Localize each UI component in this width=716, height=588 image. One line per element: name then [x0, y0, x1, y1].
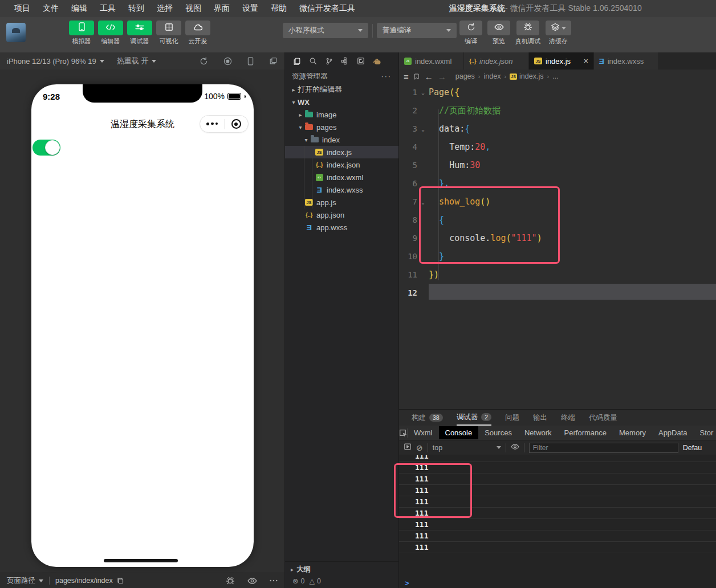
fold-chevron-icon[interactable]: ⌄: [417, 126, 429, 132]
panel-tab-终端[interactable]: 终端: [561, 410, 575, 426]
toolbar-button-模拟器[interactable]: 模拟器: [68, 21, 95, 46]
breadcrumb-item[interactable]: JSindex.js: [510, 72, 543, 80]
code-line-2[interactable]: 2 //页面初始数据: [399, 101, 716, 120]
files-icon[interactable]: [292, 56, 302, 66]
devtools-tab-Sources[interactable]: Sources: [478, 426, 518, 439]
tree-item-image[interactable]: ▸image: [285, 108, 398, 121]
breadcrumb-item[interactable]: index: [484, 72, 501, 80]
console-log-row[interactable]: 111: [399, 455, 716, 462]
panel-icon[interactable]: [356, 56, 365, 66]
code-line-4[interactable]: 4 Temp:20,: [399, 138, 716, 156]
panel-tab-代码质量[interactable]: 代码质量: [589, 410, 617, 426]
panel-tab-调试器[interactable]: 调试器2: [457, 410, 491, 426]
exit-button[interactable]: [225, 119, 249, 129]
devtools-tab-Performance[interactable]: Performance: [558, 426, 613, 439]
console-log-row[interactable]: 111: [399, 530, 716, 542]
git-branch-icon[interactable]: [324, 56, 333, 66]
more-actions-icon[interactable]: ···: [381, 72, 392, 80]
toolbar-button-调试器[interactable]: 调试器: [127, 21, 153, 46]
editor-tab-index.wxss[interactable]: Ǝindex.wxss: [594, 52, 659, 70]
editor-tab-index.wxml[interactable]: ‹›index.wxml: [399, 52, 464, 70]
panel-tab-构建[interactable]: 构建38: [412, 410, 443, 426]
panel-tab-问题[interactable]: 问题: [505, 410, 519, 426]
console-filter-input[interactable]: [529, 443, 678, 453]
menu-item[interactable]: 编辑: [65, 3, 93, 14]
compile-select[interactable]: 普通编译: [377, 23, 457, 38]
code-line-9[interactable]: 9 console.log("111"): [399, 229, 716, 247]
fold-chevron-icon[interactable]: ⌄: [417, 89, 429, 96]
tree-item-app.json[interactable]: {..}app.json: [285, 209, 398, 221]
menu-item[interactable]: 选择: [150, 3, 179, 14]
mode-select[interactable]: 小程序模式: [283, 23, 368, 38]
forward-arrow-icon[interactable]: →: [438, 72, 446, 81]
refresh-icon[interactable]: [200, 57, 208, 66]
breadcrumb-item[interactable]: pages: [455, 72, 475, 80]
code-line-10[interactable]: 10 }: [399, 247, 716, 266]
code-line-7[interactable]: 7⌄ show_log(): [399, 193, 716, 211]
more-menu-button[interactable]: [200, 122, 224, 126]
tree-item-app.wxss[interactable]: Ǝapp.wxss: [285, 221, 398, 234]
switch-toggle-on[interactable]: [32, 140, 60, 156]
device-select[interactable]: iPhone 12/13 (Pro) 96% 19: [7, 57, 104, 66]
console-log-row[interactable]: 111: [399, 508, 716, 519]
copy-icon[interactable]: [117, 577, 124, 585]
hot-reload-toggle[interactable]: 热重载 开: [117, 56, 157, 66]
console-prompt[interactable]: >: [399, 577, 716, 588]
toolbar-button-云开发[interactable]: 云开发: [185, 21, 211, 46]
menu-item[interactable]: 文件: [36, 3, 65, 14]
devtools-tab-Console[interactable]: Console: [439, 426, 479, 439]
bookmark-icon[interactable]: [413, 73, 420, 80]
devtools-tab-Stor[interactable]: Stor: [694, 426, 716, 439]
page-path-label[interactable]: 页面路径: [7, 576, 35, 586]
bug-icon[interactable]: [226, 576, 235, 585]
code-line-8[interactable]: 8 {: [399, 211, 716, 229]
action-button-真机调试[interactable]: 真机调试: [515, 21, 540, 46]
open-editors-section[interactable]: ▸ 打开的编辑器: [285, 83, 398, 96]
menu-item[interactable]: 转到: [122, 3, 150, 14]
eye-icon[interactable]: [511, 443, 519, 452]
more-icon[interactable]: [270, 579, 278, 582]
fold-chevron-icon[interactable]: ⌄: [417, 199, 429, 205]
menu-item[interactable]: 工具: [93, 3, 122, 14]
action-button-预览[interactable]: 预览: [487, 21, 510, 46]
console-log-row[interactable]: 111: [399, 519, 716, 530]
panel-tab-输出[interactable]: 输出: [533, 410, 547, 426]
user-avatar[interactable]: [6, 23, 26, 42]
context-select[interactable]: top: [433, 444, 501, 452]
back-arrow-icon[interactable]: ←: [425, 72, 433, 81]
console-log-row[interactable]: 111: [399, 496, 716, 508]
inspect-element-icon[interactable]: [399, 428, 408, 438]
toolbar-button-可视化[interactable]: 可视化: [156, 21, 182, 46]
tree-item-index.js[interactable]: JSindex.js: [285, 146, 398, 158]
tree-item-app.js[interactable]: JSapp.js: [285, 196, 398, 209]
clear-console-icon[interactable]: ⊘: [416, 443, 423, 452]
menu-item[interactable]: 设置: [236, 3, 265, 14]
cascade-icon[interactable]: [269, 57, 278, 65]
record-icon[interactable]: [223, 57, 232, 66]
toolbar-button-编辑器[interactable]: 编辑器: [97, 21, 124, 46]
code-line-6[interactable]: 6 },: [399, 174, 716, 193]
menu-item[interactable]: 界面: [208, 3, 236, 14]
action-button-编译[interactable]: 编译: [459, 21, 482, 46]
devtools-tab-Wxml[interactable]: Wxml: [408, 426, 439, 439]
menu-item[interactable]: 项目: [8, 3, 36, 14]
console-output[interactable]: 111111111111111111111111111: [399, 455, 716, 577]
menu-item[interactable]: 视图: [179, 3, 208, 14]
tree-item-index.json[interactable]: {..}index.json: [285, 158, 398, 171]
code-line-1[interactable]: 1⌄Page({: [399, 83, 716, 101]
code-line-3[interactable]: 3⌄ data:{: [399, 120, 716, 138]
eye-icon[interactable]: [247, 577, 257, 585]
close-icon[interactable]: ×: [584, 56, 588, 66]
tree-item-index.wxml[interactable]: ‹›index.wxml: [285, 171, 398, 183]
editor-tab-index.js[interactable]: JSindex.js×: [529, 52, 594, 70]
code-line-12[interactable]: 12: [399, 284, 716, 302]
extensions-icon[interactable]: [340, 56, 349, 66]
breadcrumb-item[interactable]: ...: [552, 72, 558, 80]
sidebar-toggle-icon[interactable]: [404, 443, 412, 452]
tree-item-index[interactable]: ▾index: [285, 133, 398, 146]
console-log-row[interactable]: 111: [399, 473, 716, 485]
phone-outline-icon[interactable]: [247, 57, 254, 66]
code-editor[interactable]: 1⌄Page({2 //页面初始数据3⌄ data:{4 Temp:20,5 H…: [399, 83, 716, 409]
code-line-5[interactable]: 5 Hum:30: [399, 156, 716, 174]
console-log-row[interactable]: 111: [399, 485, 716, 496]
